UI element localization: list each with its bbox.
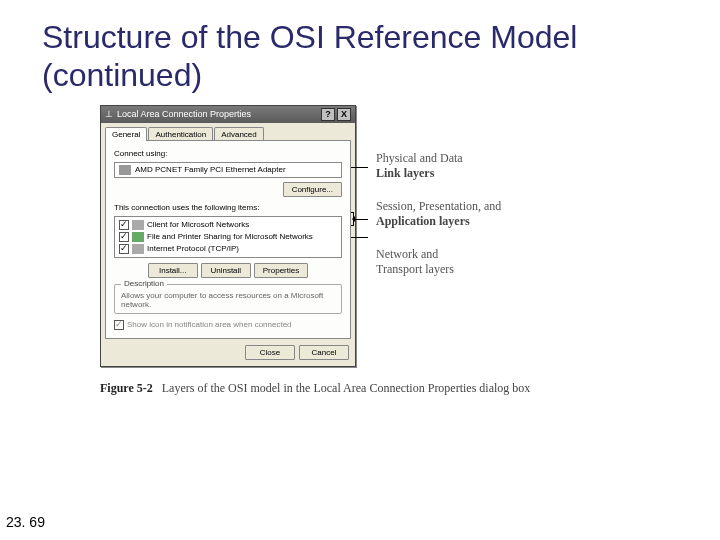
figure-caption: Figure 5-2 Layers of the OSI model in th…: [100, 381, 620, 396]
install-button[interactable]: Install...: [148, 263, 198, 278]
dialog-footer: Close Cancel: [101, 339, 355, 366]
callout-text: Transport layers: [376, 262, 454, 276]
checkbox-icon[interactable]: ✓: [114, 320, 124, 330]
protocol-icon: [132, 244, 144, 254]
tab-advanced[interactable]: Advanced: [214, 127, 264, 141]
callout-network-transport: Network and Transport layers: [376, 247, 454, 277]
tab-panel-general: Connect using: AMD PCNET Family PCI Ethe…: [105, 140, 351, 339]
show-icon-row[interactable]: ✓ Show icon in notification area when co…: [114, 320, 342, 330]
figure-container: ⊥ Local Area Connection Properties ? X G…: [100, 105, 620, 396]
adapter-field[interactable]: AMD PCNET Family PCI Ethernet Adapter: [114, 162, 342, 178]
checkbox-icon[interactable]: ✓: [119, 220, 129, 230]
list-item[interactable]: ✓ File and Printer Sharing for Microsoft…: [117, 231, 339, 243]
list-item-label: Internet Protocol (TCP/IP): [147, 244, 239, 253]
nic-icon: [119, 165, 131, 175]
list-item[interactable]: ✓ Client for Microsoft Networks: [117, 219, 339, 231]
callout-text-bold: Link layers: [376, 166, 434, 180]
configure-button[interactable]: Configure...: [283, 182, 342, 197]
properties-dialog: ⊥ Local Area Connection Properties ? X G…: [100, 105, 356, 367]
checkbox-icon[interactable]: ✓: [119, 244, 129, 254]
callout-physical-datalink: Physical and Data Link layers: [376, 151, 463, 181]
list-item-label: File and Printer Sharing for Microsoft N…: [147, 232, 313, 241]
service-icon: [132, 232, 144, 242]
dialog-titlebar[interactable]: ⊥ Local Area Connection Properties ? X: [101, 106, 355, 123]
dialog-title: Local Area Connection Properties: [117, 109, 251, 119]
callout-text-bold: Application layers: [376, 214, 470, 228]
tab-general[interactable]: General: [105, 127, 147, 141]
callout-session-presentation-application: Session, Presentation, and Application l…: [376, 199, 501, 229]
tab-strip: General Authentication Advanced: [101, 123, 355, 141]
tab-authentication[interactable]: Authentication: [148, 127, 213, 141]
close-button[interactable]: X: [337, 108, 351, 121]
items-listbox[interactable]: ✓ Client for Microsoft Networks ✓ File a…: [114, 216, 342, 258]
description-legend: Description: [121, 279, 167, 288]
slide-title: Structure of the OSI Reference Model (co…: [0, 0, 720, 105]
checkbox-icon[interactable]: ✓: [119, 232, 129, 242]
close-dialog-button[interactable]: Close: [245, 345, 295, 360]
figure-caption-text: Layers of the OSI model in the Local Are…: [162, 381, 531, 395]
list-item-label: Client for Microsoft Networks: [147, 220, 249, 229]
show-icon-label: Show icon in notification area when conn…: [127, 320, 292, 329]
callout-text: Network and: [376, 247, 438, 261]
uninstall-button[interactable]: Uninstall: [201, 263, 251, 278]
page-number: 23. 69: [6, 514, 45, 530]
cancel-button[interactable]: Cancel: [299, 345, 349, 360]
callout-text: Physical and Data: [376, 151, 463, 165]
client-icon: [132, 220, 144, 230]
list-item[interactable]: ✓ Internet Protocol (TCP/IP): [117, 243, 339, 255]
properties-button[interactable]: Properties: [254, 263, 308, 278]
network-icon: ⊥: [105, 109, 113, 119]
items-label: This connection uses the following items…: [114, 203, 342, 212]
description-text: Allows your computer to access resources…: [121, 291, 335, 309]
arrow-icon: [354, 219, 368, 220]
description-group: Description Allows your computer to acce…: [114, 284, 342, 314]
callout-text: Session, Presentation, and: [376, 199, 501, 213]
adapter-name: AMD PCNET Family PCI Ethernet Adapter: [135, 165, 286, 174]
connect-using-label: Connect using:: [114, 149, 342, 158]
figure-number: Figure 5-2: [100, 381, 153, 395]
help-button[interactable]: ?: [321, 108, 335, 121]
